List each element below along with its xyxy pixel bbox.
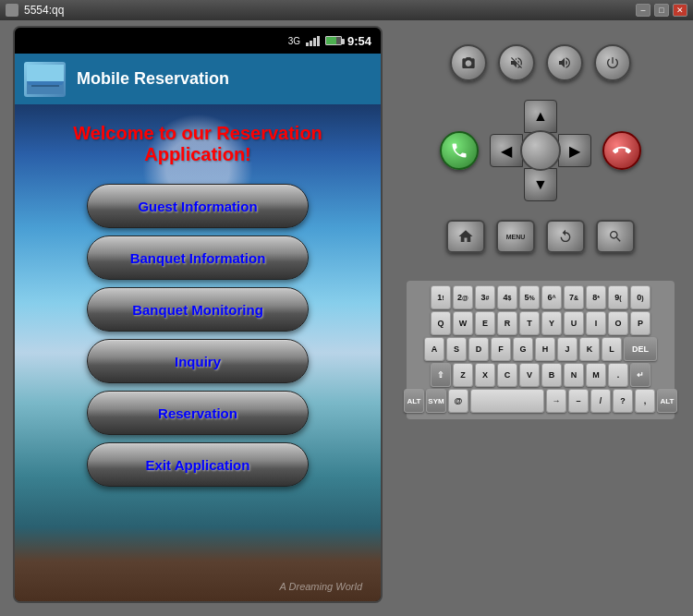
dpad-right-button[interactable]: ▶ <box>558 134 591 167</box>
key-y[interactable]: Y <box>541 311 562 335</box>
key-u[interactable]: U <box>564 311 584 335</box>
menu-button[interactable]: MENU <box>496 220 535 253</box>
key-n[interactable]: N <box>564 363 584 387</box>
key-question[interactable]: ? <box>613 389 633 413</box>
key-at[interactable]: @ <box>448 389 468 413</box>
key-enter[interactable]: ↵ <box>630 363 650 387</box>
key-shift[interactable]: ⇧ <box>431 363 451 387</box>
key-slash[interactable]: / <box>590 389 611 413</box>
key-del[interactable]: DEL <box>624 337 657 361</box>
key-f[interactable]: F <box>491 337 511 361</box>
key-a[interactable]: A <box>424 337 444 361</box>
key-alt-left[interactable]: ALT <box>404 389 424 413</box>
key-4[interactable]: 4$ <box>497 285 517 309</box>
call-dpad-row: ▲ ◀ ▶ ▼ <box>440 100 641 201</box>
keyboard-row-zxcv: ⇧ Z X C V B N M . ↵ <box>411 363 670 387</box>
app-title: Mobile Reservation <box>77 69 229 89</box>
key-b[interactable]: B <box>541 363 562 387</box>
key-6[interactable]: 6^ <box>541 285 562 309</box>
title-bar-icon <box>6 4 18 17</box>
key-period[interactable]: . <box>608 363 628 387</box>
key-g[interactable]: G <box>513 337 533 361</box>
key-k[interactable]: K <box>579 337 600 361</box>
key-w[interactable]: W <box>453 311 473 335</box>
key-comma[interactable]: , <box>635 389 655 413</box>
battery-icon <box>325 36 342 45</box>
keyboard: 1! 2@ 3# 4$ 5% 6^ 7& 8* 9( 0) Q W E R T … <box>407 281 675 419</box>
key-7[interactable]: 7& <box>564 285 584 309</box>
reservation-button[interactable]: Reservation <box>87 391 309 435</box>
inquiry-button[interactable]: Inquiry <box>87 339 309 383</box>
key-e[interactable]: E <box>475 311 495 335</box>
key-2[interactable]: 2@ <box>453 285 473 309</box>
welcome-section: Welcome to our Reservation Application! <box>15 104 381 175</box>
phone-screen: Welcome to our Reservation Application! … <box>15 104 381 601</box>
call-button[interactable] <box>440 131 479 170</box>
dpad-up-button[interactable]: ▲ <box>524 100 557 133</box>
banquet-information-button[interactable]: Banquet Information <box>87 236 309 280</box>
key-s[interactable]: S <box>446 337 467 361</box>
dpad-down-button[interactable]: ▼ <box>524 168 557 201</box>
key-p[interactable]: P <box>630 311 650 335</box>
keyboard-row-bottom: ALT SYM @ → – / ? , ALT <box>411 389 670 413</box>
key-5[interactable]: 5% <box>519 285 540 309</box>
key-dash[interactable]: – <box>568 389 589 413</box>
power-button[interactable] <box>594 44 631 81</box>
key-v[interactable]: V <box>519 363 540 387</box>
key-1[interactable]: 1! <box>431 285 451 309</box>
key-z[interactable]: Z <box>453 363 473 387</box>
maximize-button[interactable]: □ <box>654 4 669 17</box>
status-time: 9:54 <box>347 34 371 48</box>
key-space[interactable] <box>470 389 544 413</box>
back-button[interactable] <box>546 220 585 253</box>
phone-device: 3G 9:54 Mobile Reservation Welco <box>13 26 383 603</box>
dpad-left-button[interactable]: ◀ <box>490 134 523 167</box>
status-bar: 3G 9:54 <box>15 28 381 54</box>
welcome-text: Welcome to our Reservation Application! <box>33 123 362 165</box>
close-button[interactable]: ✕ <box>673 4 687 17</box>
watermark: A Dreaming World <box>280 581 362 592</box>
key-sym[interactable]: SYM <box>426 389 446 413</box>
key-l[interactable]: L <box>602 337 622 361</box>
key-q[interactable]: Q <box>431 311 451 335</box>
signal-icon <box>306 36 320 46</box>
key-t[interactable]: T <box>519 311 540 335</box>
title-bar: 5554:qq – □ ✕ <box>0 0 693 20</box>
key-alt-right[interactable]: ALT <box>657 389 677 413</box>
home-button[interactable] <box>446 220 485 253</box>
keyboard-row-asdf: A S D F G H J K L DEL <box>411 337 670 361</box>
title-bar-buttons: – □ ✕ <box>636 4 687 17</box>
end-call-button[interactable] <box>602 131 641 170</box>
camera-button[interactable] <box>450 44 487 81</box>
svg-marker-3 <box>27 81 64 85</box>
exit-application-button[interactable]: Exit Application <box>87 442 309 487</box>
dpad-center-button[interactable] <box>520 130 561 171</box>
keyboard-row-qwerty: Q W E R T Y U I O P <box>411 311 670 335</box>
menu-buttons: Guest Information Banquet Information Ba… <box>15 175 381 496</box>
key-d[interactable]: D <box>468 337 489 361</box>
nav-controls-row: MENU <box>446 220 635 253</box>
app-header: Mobile Reservation <box>15 54 381 104</box>
key-i[interactable]: I <box>586 311 606 335</box>
title-bar-text: 5554:qq <box>24 4 636 17</box>
key-o[interactable]: O <box>608 311 628 335</box>
volume-up-button[interactable] <box>546 44 583 81</box>
key-0[interactable]: 0) <box>630 285 650 309</box>
key-m[interactable]: M <box>586 363 606 387</box>
minimize-button[interactable]: – <box>636 4 650 17</box>
banquet-monitoring-button[interactable]: Banquet Monitoring <box>87 287 309 332</box>
controls-panel: ▲ ◀ ▶ ▼ MENU 1! 2@ 3# 4$ 5% 6^ <box>397 26 684 603</box>
key-c[interactable]: C <box>497 363 517 387</box>
key-j[interactable]: J <box>557 337 578 361</box>
key-3[interactable]: 3# <box>475 285 495 309</box>
key-8[interactable]: 8* <box>586 285 606 309</box>
key-x[interactable]: X <box>475 363 495 387</box>
key-9[interactable]: 9( <box>608 285 628 309</box>
key-r[interactable]: R <box>497 311 517 335</box>
key-h[interactable]: H <box>535 337 555 361</box>
guest-information-button[interactable]: Guest Information <box>87 184 309 228</box>
key-arrow[interactable]: → <box>546 389 566 413</box>
network-indicator: 3G <box>288 36 300 46</box>
search-button[interactable] <box>596 220 635 253</box>
volume-off-button[interactable] <box>498 44 535 81</box>
